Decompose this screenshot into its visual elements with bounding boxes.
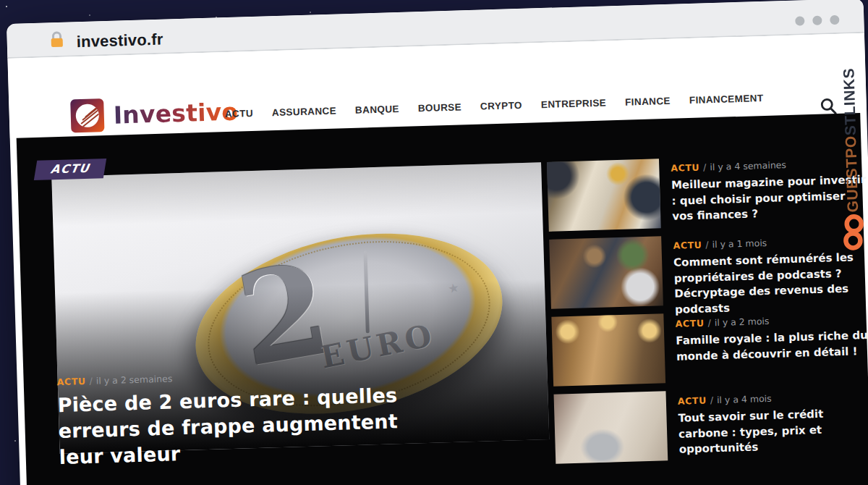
nav-item-finance[interactable]: FINANCE (625, 96, 671, 108)
nav-item-banque[interactable]: BANQUE (355, 104, 399, 116)
site-logo[interactable]: Investivo (69, 94, 239, 134)
article-title[interactable]: Comment sont rémunérés les propriétaires… (673, 250, 856, 317)
address-bar-url[interactable]: investivo.fr (76, 30, 163, 52)
article-date: il y a 4 mois (717, 393, 772, 405)
starfield-decoration (6, 6, 7, 7)
hero-title[interactable]: Pièce de 2 euros rare : quelles erreurs … (57, 379, 493, 471)
article-title[interactable]: Meilleur magazine pour investir : quel c… (671, 172, 854, 224)
article-category-link[interactable]: ACTU (678, 395, 707, 407)
nav-item-actu[interactable]: ACTU (225, 108, 254, 119)
article-date: il y a 4 semaines (710, 159, 786, 172)
window-control-dot[interactable] (830, 15, 839, 25)
sidebar-article: ACTU/il y a 4 mois Tout savoir sur le cr… (678, 390, 860, 457)
article-thumbnail-royal-family[interactable] (551, 313, 665, 387)
category-badge-actu[interactable]: ACTU (34, 159, 106, 180)
hero-category-link[interactable]: ACTU (56, 376, 85, 387)
chain-link-icon[interactable] (837, 213, 868, 256)
article-category-link[interactable]: ACTU (673, 240, 702, 251)
article-date: il y a 1 mois (712, 237, 767, 250)
article-title[interactable]: Famille royale : la plus riche du monde … (676, 328, 857, 364)
site-logo-text: Investivo (113, 97, 238, 129)
nav-item-assurance[interactable]: ASSURANCE (272, 106, 337, 119)
window-control-dot[interactable] (795, 16, 804, 25)
article-thumbnail-glass-of-water[interactable] (554, 391, 668, 464)
hero-date: il y a 2 semaines (96, 373, 173, 386)
investivo-logo-icon (69, 98, 105, 133)
browser-window: investivo.fr (7, 0, 868, 485)
nav-item-entreprise[interactable]: ENTREPRISE (541, 97, 607, 110)
sidebar-article: ACTU/il y a 4 semaines Meilleur magazine… (671, 157, 853, 224)
nav-item-crypto[interactable]: CRYPTO (480, 100, 522, 112)
window-control-dot[interactable] (812, 16, 822, 25)
nav-item-bourse[interactable]: BOURSE (418, 101, 462, 114)
meta-separator: / (89, 376, 93, 387)
article-thumbnail-business-magazine[interactable] (547, 159, 661, 232)
hero-caption: ACTU/il y a 2 semaines Pièce de 2 euros … (56, 363, 493, 471)
sidebar-article: ACTU/il y a 2 mois Famille royale : la p… (675, 313, 857, 364)
article-category-link[interactable]: ACTU (675, 318, 704, 329)
article-thumbnail-podcast-host[interactable] (549, 236, 663, 309)
lock-icon (47, 31, 67, 52)
nav-item-financement[interactable]: FINANCEMENT (689, 93, 764, 106)
article-category-link[interactable]: ACTU (671, 162, 699, 174)
article-title[interactable]: Tout savoir sur le crédit carbone : type… (678, 405, 860, 457)
sidebar-article: ACTU/il y a 1 mois Comment sont rémunéré… (673, 235, 856, 317)
page-background: investivo.fr (0, 0, 868, 485)
article-date: il y a 2 mois (715, 316, 770, 328)
main-navigation: ACTU ASSURANCE BANQUE BOURSE CRYPTO ENTR… (225, 93, 764, 119)
window-controls[interactable] (795, 15, 839, 26)
